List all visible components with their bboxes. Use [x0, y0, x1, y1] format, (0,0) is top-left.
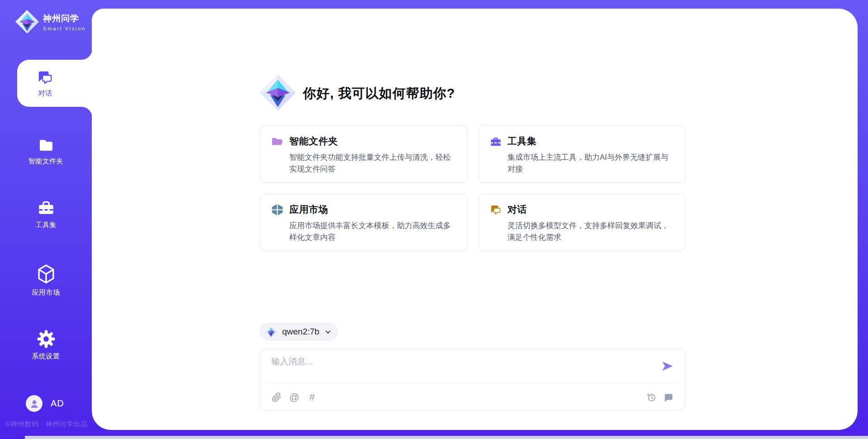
- card-title: 对话: [508, 203, 527, 216]
- sidebar-item-label: 工具集: [35, 221, 57, 229]
- tab-notch-bottom: [81, 107, 92, 118]
- hero-diamond-icon: [259, 74, 297, 111]
- card-description: 灵活切换多模型文件，支持多样回复效果调试，满足个性化需求: [490, 220, 675, 244]
- window-edge: [25, 436, 868, 439]
- composer-divider: [267, 383, 679, 383]
- model-diamond-icon: [265, 326, 277, 338]
- card-toolbox[interactable]: 工具集 集成市场上主流工具，助力AI与外界无缝扩展与对接: [478, 125, 686, 183]
- sidebar-item-label: 智能文件夹: [28, 157, 64, 166]
- composer-toolbar: @ #: [271, 390, 674, 405]
- greeting-title: 你好, 我可以如何帮助你?: [303, 85, 455, 103]
- model-selector[interactable]: qwen2:7b: [259, 323, 338, 341]
- message-input[interactable]: [271, 356, 653, 379]
- feature-cards: 智能文件夹 智能文件夹功能支持批量文件上传与清洗，轻松实现文件问答: [260, 125, 685, 251]
- user-account[interactable]: AD: [26, 395, 64, 412]
- toolbox-icon: [37, 198, 56, 217]
- sidebar-item-label: 系统设置: [32, 352, 60, 361]
- card-description: 智能文件夹功能支持批量文件上传与清洗，轻松实现文件问答: [271, 152, 456, 176]
- card-chat[interactable]: 对话 灵活切换多模型文件，支持多样回复效果调试，满足个性化需求: [478, 194, 686, 251]
- chat-icon: [490, 204, 502, 216]
- attachment-icon[interactable]: [271, 391, 282, 403]
- sidebar-item-marketplace[interactable]: 应用市场: [0, 264, 92, 297]
- brand-diamond-icon: [15, 10, 39, 34]
- brand-logo: 神州问学 Smart Vision: [15, 10, 86, 34]
- card-app-market[interactable]: 应用市场 应用市场提供丰富长文本模板，助力高效生成多样化文章内容: [260, 194, 467, 251]
- user-avatar-icon: [29, 398, 40, 409]
- chat-icon: [36, 69, 55, 86]
- model-name: qwen2:7b: [282, 327, 319, 337]
- hashtag-icon[interactable]: #: [307, 391, 317, 403]
- sidebar-item-folders[interactable]: 智能文件夹: [0, 137, 92, 166]
- brand-subtitle: Smart Vision: [43, 26, 86, 31]
- user-name: AD: [51, 398, 64, 409]
- sidebar-item-toolbox[interactable]: 工具集: [0, 198, 92, 229]
- card-title: 智能文件夹: [289, 135, 338, 148]
- card-title: 应用市场: [289, 203, 328, 216]
- folder-icon: [37, 137, 55, 153]
- cube-icon: [36, 264, 56, 285]
- open-folder-icon: [271, 135, 283, 148]
- cube-grid-icon: [271, 204, 283, 216]
- tab-notch-top: [81, 49, 92, 60]
- sidebar-item-label: 应用市场: [32, 288, 60, 297]
- message-composer: @ #: [260, 348, 685, 410]
- comment-icon[interactable]: [663, 391, 674, 403]
- brand-name: 神州问学: [43, 13, 86, 24]
- card-title: 工具集: [508, 135, 537, 148]
- copyright-text: ©神州数码 · 神州问学出品: [5, 420, 87, 429]
- history-icon[interactable]: [646, 391, 657, 403]
- gear-icon: [37, 329, 56, 348]
- chevron-down-icon: [324, 328, 332, 336]
- card-description: 集成市场上主流工具，助力AI与外界无缝扩展与对接: [490, 152, 675, 176]
- card-smart-folder[interactable]: 智能文件夹 智能文件夹功能支持批量文件上传与清洗，轻松实现文件问答: [260, 125, 467, 183]
- sidebar-item-chat[interactable]: 对话: [17, 60, 92, 107]
- briefcase-icon: [490, 135, 502, 148]
- sidebar-item-label: 对话: [38, 89, 52, 98]
- avatar: [26, 395, 42, 412]
- card-description: 应用市场提供丰富长文本模板，助力高效生成多样化文章内容: [271, 220, 456, 244]
- sidebar-item-settings[interactable]: 系统设置: [0, 329, 92, 361]
- app-window: 神州问学 Smart Vision 对话 智能文件夹: [0, 0, 868, 439]
- mention-icon[interactable]: @: [289, 391, 300, 403]
- main-panel: 你好, 我可以如何帮助你? 智能文件夹 智能文件夹功能支持批量文件上传与清洗，轻…: [92, 9, 858, 430]
- send-icon[interactable]: [660, 359, 674, 373]
